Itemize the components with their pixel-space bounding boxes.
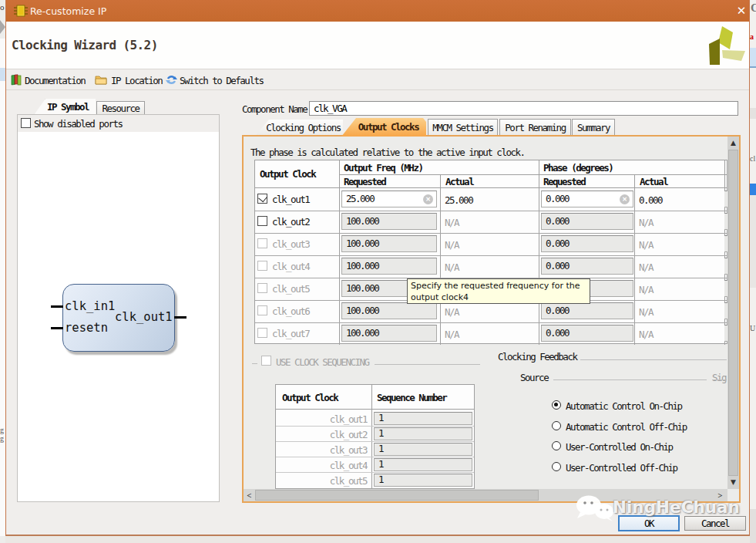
tab-clocking-options[interactable]: Clocking Options <box>256 120 343 135</box>
cb-use-clock-seq[interactable] <box>261 356 271 366</box>
bg-right-strip: C a cl U <box>750 0 756 543</box>
cb-show-disabled[interactable] <box>21 118 31 128</box>
titlebar-text: Re-customize IP <box>30 5 106 17</box>
cb-clk-out5[interactable] <box>257 283 267 293</box>
cb-clk-out2[interactable] <box>257 216 267 226</box>
header-title: Clocking Wizard (5.2) <box>12 38 158 52</box>
btn-ok[interactable]: OK <box>618 515 680 531</box>
header-logo <box>709 25 751 67</box>
freq-table: Output Clock Output Freq (MHz) Phase (de… <box>254 160 727 344</box>
hdr-output-clock: Output Clock <box>260 169 315 180</box>
tooltip: Specify the requested frequency for theo… <box>407 278 590 304</box>
toolbar: Documentation IP Location Switch to Defa… <box>6 70 749 90</box>
stub-resetn <box>51 327 63 329</box>
dialog: Re-customize IP ✕ Clocking Wizard (5.2) … <box>5 0 750 536</box>
component-name-label: Component Name <box>242 104 307 115</box>
radio-auto-offchip[interactable] <box>552 421 561 430</box>
toolbar-documentation[interactable]: Documentation <box>25 76 85 86</box>
tab-resource[interactable]: Resource <box>97 102 144 115</box>
hdr-output-freq: Output Freq (MHz) <box>344 163 422 174</box>
toolbar-ip-location[interactable]: IP Location <box>111 76 162 86</box>
clocking-feedback-label: Clocking Feedback <box>498 352 576 363</box>
watermark <box>573 495 617 524</box>
cb-clk-out4[interactable] <box>257 261 267 271</box>
output-clocks-panel: The phase is calculated relative to the … <box>242 135 741 503</box>
titlebar-close[interactable]: ✕ <box>734 3 749 19</box>
tab-output-clocks[interactable]: Output Clocks <box>341 118 426 137</box>
icon-folder <box>95 74 107 85</box>
show-disabled-row: Show disabled ports <box>18 115 219 132</box>
port-clk-in1: clk_in1 <box>65 301 115 312</box>
phase-note: The phase is calculated relative to the … <box>250 147 525 158</box>
left-panel: IP Symbol Resource Show disabled ports c… <box>6 90 237 536</box>
freq-req-1[interactable]: 25.000✕ <box>341 191 437 207</box>
bg-left-strip: o gg <box>0 0 5 543</box>
stub-clk-out1 <box>174 316 186 319</box>
tab-port-renaming[interactable]: Port Renaming <box>500 120 570 135</box>
component-name-input[interactable] <box>309 101 738 116</box>
cb-clk-out3[interactable] <box>257 238 267 248</box>
stub-clk-in1 <box>51 305 63 308</box>
icon-switch <box>166 74 177 86</box>
toolbar-switch-defaults[interactable]: Switch to Defaults <box>180 76 263 86</box>
sequence-table: Output Clock Sequence Number clk_out1 cl… <box>275 384 475 489</box>
vscrollbar: ▲ ▼ <box>727 137 739 489</box>
radio-user-onchip[interactable] <box>552 441 561 450</box>
port-clk-out1: clk_out1 <box>115 312 173 323</box>
radio-user-offchip[interactable] <box>552 462 561 471</box>
use-clock-seq-label: USE CLOCK SEQUENCING <box>276 357 369 368</box>
tab-summary[interactable]: Summary <box>573 120 614 135</box>
btn-cancel[interactable]: Cancel <box>684 516 746 531</box>
phase-req-1[interactable]: 0.000✕ <box>541 191 633 207</box>
vivado-recustomize-ip-window: o gg C a cl U Re-customize IP <box>0 0 756 543</box>
tab-mmcm-settings[interactable]: MMCM Settings <box>428 120 497 135</box>
header: Clocking Wizard (5.2) <box>6 22 749 69</box>
cb-clk-out7[interactable] <box>257 328 267 338</box>
cb-clk-out1[interactable] <box>257 194 267 204</box>
watermark-text: NingHeChuan <box>613 498 740 517</box>
cb-clk-out6[interactable] <box>257 305 267 315</box>
port-resetn: resetn <box>65 322 108 334</box>
radio-auto-onchip[interactable] <box>552 400 561 410</box>
tab-ip-symbol[interactable]: IP Symbol <box>34 99 96 115</box>
titlebar-icon <box>13 4 29 19</box>
source-label: Source <box>520 373 548 383</box>
titlebar: Re-customize IP ✕ <box>6 0 749 22</box>
right-panel: Component Name Clocking Options Output C… <box>241 90 751 536</box>
icon-doc <box>11 74 22 86</box>
hdr-phase: Phase (degrees) <box>543 163 613 174</box>
symbol-panel: Show disabled ports clk_in1 resetn clk_o… <box>17 114 220 502</box>
